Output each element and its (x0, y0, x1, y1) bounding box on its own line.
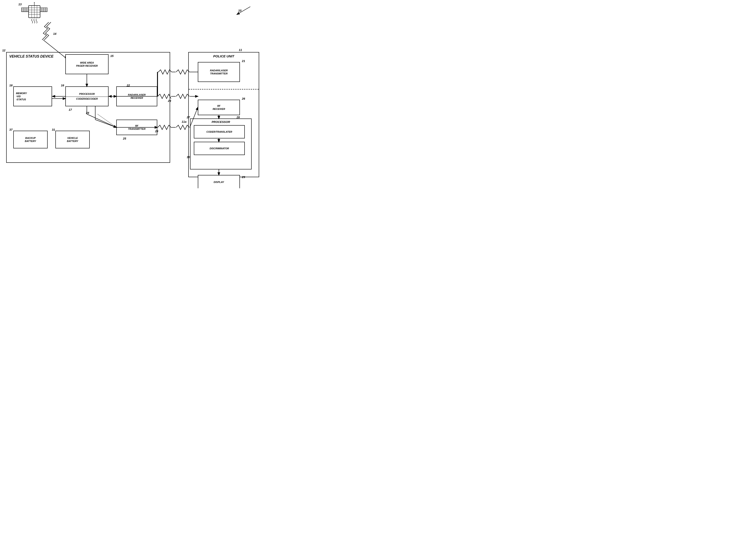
memory-label: MEMORY·VID·STATUS (16, 92, 27, 101)
vehicle-battery-label: VEHICLEBATTERY (67, 136, 78, 143)
ref-18: 18 (9, 84, 13, 87)
display-box: DISPLAY (198, 175, 240, 188)
ref-17: 17 (69, 108, 72, 112)
ref-15: 15 (110, 54, 114, 57)
ref-23: 23 (168, 99, 171, 103)
ref-30: 30 (187, 155, 190, 159)
rf-transmitter-label: RFTRANSMITTER (128, 124, 146, 131)
ref-26: 26 (242, 97, 245, 100)
processor-coder-box: PROCESSOR CODER/DECODER (65, 86, 109, 106)
rf-receiver-box: RFRECEIVER (198, 100, 240, 115)
ref-16: 16 (61, 84, 64, 87)
rf-receiver-label: RFRECEIVER (213, 104, 225, 111)
ref-25: 25 (123, 137, 126, 140)
processor-police-outer-title: PROCESSOR (190, 120, 251, 123)
ref-11: 11 (239, 48, 242, 51)
vehicle-battery-box: VEHICLEBATTERY (55, 131, 90, 149)
ref-27: 27 (187, 116, 190, 119)
radar-laser-receiver-box: RADAR/LASERRECEIVER (116, 86, 157, 106)
svg-point-24 (34, 2, 35, 3)
ref-37: 37 (9, 128, 13, 131)
ref-12: 12 (2, 49, 5, 52)
radar-laser-transmitter-label: RADAR/LASERTRANSMITTER (210, 69, 228, 75)
radar-laser-transmitter-box: RADAR/LASERTRANSMITTER (198, 62, 240, 82)
processor-label: PROCESSOR (66, 92, 108, 97)
ref-31: 31 (52, 128, 55, 131)
ref-24-right: 24 (155, 130, 158, 133)
ref-13: 13 (18, 3, 21, 6)
ref-28: 28 (237, 116, 240, 119)
wide-area-pager-box: WIDE AREAPAGER RECEIVER (65, 54, 109, 74)
display-label: DISPLAY (214, 181, 224, 184)
police-unit-title: POLICE UNIT (189, 54, 259, 58)
ref-29: 29 (242, 175, 245, 179)
backup-battery-label: BACKUPBATTERY (25, 136, 36, 143)
vehicle-status-title: VEHICLE STATUS DEVICE (9, 54, 53, 59)
ref-21: 21 (242, 59, 245, 63)
arrow-10 (233, 4, 255, 18)
coder-translater-box: CODER/TRANSLATER (194, 125, 245, 138)
ref-11a: 11a (181, 120, 186, 123)
radar-laser-receiver-label: RADAR/LASERRECEIVER (128, 93, 146, 100)
rf-transmitter-box: RFTRANSMITTER (116, 119, 157, 135)
coder-translater-label: CODER/TRANSLATER (207, 130, 232, 133)
discriminator-label: DISCRIMINATOR (210, 147, 229, 150)
wide-area-pager-label: WIDE AREAPAGER RECEIVER (76, 61, 98, 68)
discriminator-box: DISCRIMINATOR (194, 142, 245, 155)
coder-decoder-label: CODER/DECODER (76, 97, 98, 100)
ref-24-left: 24 (86, 111, 89, 115)
backup-battery-box: BACKUPBATTERY (13, 131, 48, 149)
memory-box: MEMORY·VID·STATUS (13, 86, 52, 106)
svg-line-0 (237, 7, 250, 15)
ref-22: 22 (127, 84, 130, 87)
diagram-container: 10 (0, 0, 266, 188)
